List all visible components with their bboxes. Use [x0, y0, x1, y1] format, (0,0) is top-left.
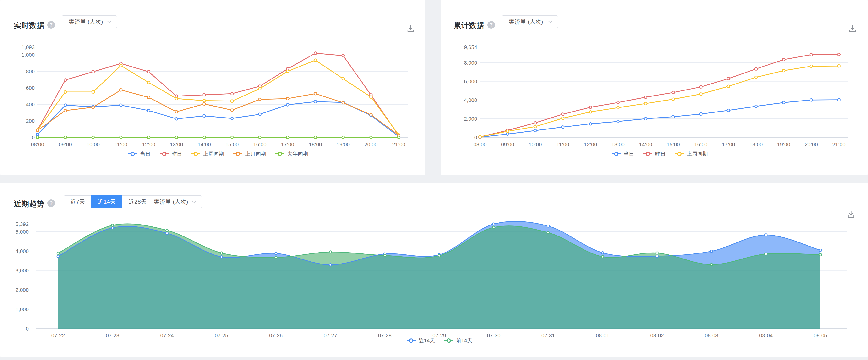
y-tick-label: 1,093	[22, 44, 35, 50]
legend-item[interactable]: 当日	[128, 150, 151, 158]
y-tick-label: 200	[26, 118, 35, 124]
y-tick-label: 4,000	[464, 97, 477, 103]
trend-card: 近期趋势 ? 近7天 近14天 近28天 客流量 (人次) 01,0002,00…	[0, 183, 868, 357]
x-tick-label: 20:00	[805, 141, 818, 147]
y-tick-label: 2,000	[464, 116, 477, 122]
y-tick-label: 0	[26, 326, 29, 332]
legend-label: 昨日	[172, 150, 182, 158]
x-tick-label: 17:00	[722, 141, 735, 147]
legend-label: 当日	[140, 150, 151, 158]
trend-legend: 近14天前14天	[58, 337, 820, 344]
realtime-legend: 当日昨日上周同期上月同期去年同期	[37, 150, 399, 158]
x-tick-label: 12:00	[584, 141, 597, 147]
x-tick-label: 12:00	[142, 141, 155, 147]
y-tick-label: 2,000	[16, 287, 29, 293]
legend-item[interactable]: 近14天	[406, 337, 435, 344]
range-button-14d[interactable]: 近14天	[91, 195, 122, 208]
x-tick-label: 18:00	[309, 141, 322, 147]
cumulative-card: 累计数据 ? 客流量 (人次) 02,0004,0006,0008,0009,6…	[441, 0, 868, 175]
x-tick-label: 11:00	[115, 141, 127, 147]
y-tick-label: 5,392	[16, 221, 29, 227]
x-tick-label: 10:00	[529, 141, 542, 147]
legend-marker-icon	[159, 151, 169, 157]
y-tick-label: 3,000	[16, 268, 29, 274]
legend-item[interactable]: 昨日	[159, 150, 182, 158]
legend-item[interactable]: 上月同期	[233, 150, 266, 158]
y-tick-label: 0	[474, 135, 477, 140]
legend-item[interactable]: 当日	[611, 150, 634, 158]
legend-label: 上周同期	[203, 150, 224, 158]
x-tick-label: 15:00	[225, 141, 239, 147]
y-tick-label: 6,000	[464, 79, 477, 84]
legend-marker-icon	[406, 338, 416, 343]
y-tick-label: 8,000	[464, 60, 477, 66]
y-tick-label: 5,000	[16, 229, 29, 235]
x-tick-label: 14:00	[198, 141, 211, 147]
x-tick-label: 21:00	[832, 141, 845, 147]
y-tick-label: 1,000	[22, 52, 35, 58]
legend-label: 昨日	[655, 150, 666, 158]
x-tick-label: 20:00	[364, 141, 377, 147]
x-tick-label: 08:00	[31, 141, 44, 147]
realtime-card: 实时数据 ? 客流量 (人次) 02004006008001,0001,0930…	[0, 0, 425, 175]
y-tick-label: 4,000	[16, 248, 29, 254]
y-tick-label: 800	[26, 68, 35, 75]
x-tick-label: 16:00	[694, 141, 707, 147]
legend-item[interactable]: 昨日	[643, 150, 666, 158]
legend-label: 去年同期	[287, 150, 308, 158]
y-tick-label: 400	[26, 102, 35, 108]
legend-marker-icon	[674, 151, 684, 157]
y-tick-label: 0	[32, 135, 35, 140]
x-tick-label: 18:00	[749, 141, 763, 147]
x-tick-label: 15:00	[667, 141, 680, 147]
x-tick-label: 11:00	[557, 141, 569, 147]
legend-marker-icon	[275, 151, 285, 157]
cumulative-legend: 当日昨日上周同期	[480, 150, 839, 158]
y-tick-label: 1,000	[16, 306, 29, 312]
legend-item[interactable]: 上周同期	[191, 150, 224, 158]
legend-marker-icon	[233, 151, 243, 157]
x-tick-label: 13:00	[612, 141, 625, 147]
legend-marker-icon	[444, 338, 454, 343]
x-tick-label: 19:00	[777, 141, 790, 147]
legend-item[interactable]: 前14天	[444, 337, 472, 344]
x-tick-label: 10:00	[87, 141, 100, 147]
legend-marker-icon	[128, 151, 138, 157]
legend-label: 前14天	[456, 337, 472, 344]
x-tick-label: 09:00	[501, 141, 514, 147]
legend-item[interactable]: 上周同期	[674, 150, 708, 158]
legend-label: 当日	[624, 150, 634, 158]
cumulative-chart-canvas: 02,0004,0006,0008,0009,65408:0009:0010:0…	[441, 0, 868, 175]
legend-label: 近14天	[418, 337, 435, 344]
y-tick-label: 600	[26, 85, 35, 91]
x-tick-label: 14:00	[639, 141, 652, 147]
x-tick-label: 17:00	[281, 141, 294, 147]
x-tick-label: 13:00	[170, 141, 183, 147]
legend-marker-icon	[191, 151, 201, 157]
x-tick-label: 08:00	[473, 141, 487, 147]
x-tick-label: 21:00	[392, 141, 405, 147]
x-tick-label: 19:00	[337, 141, 350, 147]
realtime-chart-canvas: 02004006008001,0001,09308:0009:0010:0011…	[0, 0, 425, 175]
legend-marker-icon	[611, 151, 621, 157]
legend-label: 上周同期	[687, 150, 708, 158]
legend-label: 上月同期	[245, 150, 266, 158]
x-tick-label: 09:00	[59, 141, 72, 147]
y-tick-label: 9,654	[464, 44, 477, 50]
legend-marker-icon	[643, 151, 653, 157]
x-tick-label: 16:00	[253, 141, 266, 147]
legend-item[interactable]: 去年同期	[275, 150, 308, 158]
trend-chart-canvas: 01,0002,0003,0004,0005,0005,39207-2207-2…	[0, 183, 868, 357]
